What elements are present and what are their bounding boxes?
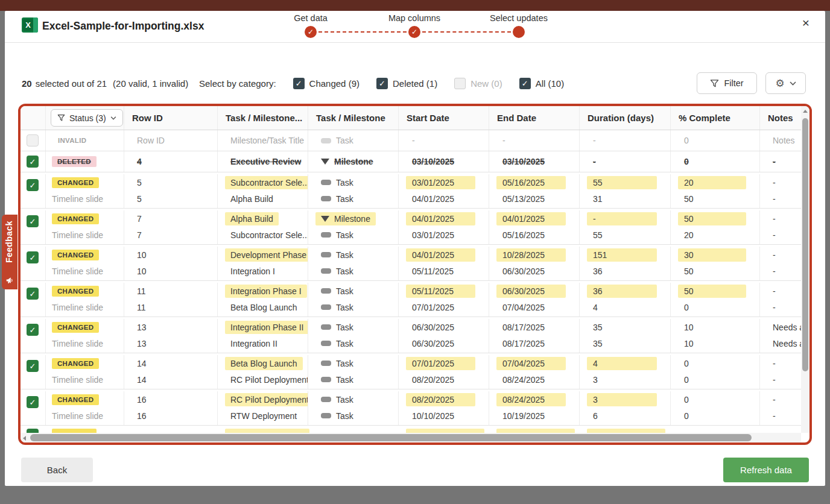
row-checkbox[interactable]: ✓ bbox=[27, 324, 39, 336]
category-checkbox-item[interactable]: ✓ New (0) bbox=[454, 78, 502, 89]
back-button[interactable]: Back bbox=[21, 458, 93, 482]
step-dot-map-columns[interactable]: ✓ bbox=[408, 26, 420, 38]
row-checkbox[interactable]: ✓ bbox=[27, 360, 39, 372]
table-row: ✓ CHANGED Timeline slide 14 14 Beta Blog… bbox=[21, 353, 801, 389]
scroll-up-arrow-icon[interactable] bbox=[803, 110, 808, 113]
title-cell: Subcontractor Sele... Alpha Build bbox=[218, 174, 308, 208]
type-cell: Milestone bbox=[308, 151, 399, 172]
change-type-label: Timeline slide bbox=[52, 230, 103, 240]
check-icon: ✓ bbox=[30, 217, 36, 226]
horizontal-scroll-thumb[interactable] bbox=[30, 434, 752, 441]
row-checkbox[interactable]: ✓ bbox=[27, 215, 39, 227]
change-type-label: Timeline slide bbox=[52, 266, 103, 276]
row-checkbox[interactable]: ✓ bbox=[27, 251, 39, 263]
title-cell: RC Pilot Deployment RTW Deployment bbox=[218, 391, 308, 425]
browser-top-strip bbox=[0, 0, 830, 11]
start-date-cell: 07/01/2025 08/20/2025 bbox=[399, 355, 489, 389]
status-cell: CHANGED Timeline slide bbox=[46, 210, 124, 244]
type-cell: Task Task bbox=[308, 283, 399, 317]
start-date-cell: 06/30/2025 06/30/2025 bbox=[399, 319, 489, 353]
category-checkbox-item[interactable]: ✓ Deleted (1) bbox=[376, 78, 437, 89]
type-icon bbox=[321, 252, 331, 257]
check-icon: ✓ bbox=[30, 362, 36, 371]
row-checkbox[interactable]: ✓ bbox=[27, 134, 39, 146]
start-date-cell: 03/10/2025 bbox=[399, 151, 489, 172]
row-checkbox-cell: ✓ bbox=[21, 130, 46, 151]
table-row: ✓ CHANGED Timeline slide 16 16 RC Pilot … bbox=[21, 389, 801, 426]
row-checkbox[interactable]: ✓ bbox=[27, 179, 39, 191]
checkbox-icon[interactable]: ✓ bbox=[293, 78, 305, 89]
checkbox-icon[interactable]: ✓ bbox=[376, 78, 388, 89]
step-dot-get-data[interactable]: ✓ bbox=[305, 26, 317, 38]
validity-text: (20 valid, 1 invalid) bbox=[113, 78, 188, 89]
end-date-cell: 08/24/2025 10/19/2025 bbox=[489, 391, 580, 425]
type-cell: Task Task bbox=[308, 319, 399, 353]
category-checkbox-label: New (0) bbox=[470, 78, 502, 89]
vertical-scrollbar[interactable] bbox=[801, 106, 809, 433]
row-id-cell: 5 5 bbox=[124, 174, 218, 208]
type-icon bbox=[321, 377, 331, 382]
notes-cell: - - bbox=[760, 355, 801, 389]
notes-cell: Needs an Needs an bbox=[760, 319, 801, 353]
duration-cell: 4 3 bbox=[580, 355, 671, 389]
table-row: ✓ CHANGED Timeline slide 13 13 Integrati… bbox=[21, 317, 801, 353]
checkbox-icon[interactable]: ✓ bbox=[519, 78, 531, 89]
type-cell: Task Task bbox=[308, 174, 399, 208]
start-date-cell: 04/01/2025 05/11/2025 bbox=[399, 247, 489, 280]
duration-cell: 151 36 bbox=[580, 247, 671, 280]
megaphone-icon bbox=[5, 276, 14, 285]
filter-button[interactable]: Filter bbox=[697, 72, 757, 94]
row-id-cell: 11 11 bbox=[124, 283, 218, 317]
check-icon: ✓ bbox=[30, 326, 36, 335]
duration-cell: 55 31 bbox=[580, 174, 671, 208]
category-checkbox-label: All (10) bbox=[536, 78, 565, 89]
type-icon bbox=[321, 288, 331, 294]
step-label-select-updates: Select updates bbox=[490, 13, 548, 23]
row-id-cell: 10 10 bbox=[124, 247, 218, 280]
change-type-label: Timeline slide bbox=[52, 375, 103, 385]
duration-cell: 35 35 bbox=[580, 319, 671, 353]
row-checkbox-cell: ✓ bbox=[21, 319, 46, 353]
notes-cell: Notes bbox=[760, 130, 801, 151]
notes-cell: - - bbox=[760, 174, 801, 208]
feedback-tab[interactable]: Feedback bbox=[2, 215, 17, 289]
percent-complete-cell: 0 bbox=[671, 130, 760, 151]
type-cell: Task bbox=[308, 130, 399, 151]
close-icon[interactable]: × bbox=[797, 14, 814, 31]
check-icon: ✓ bbox=[30, 289, 36, 298]
selection-summary: 20 selected out of 21 (20 valid, 1 inval… bbox=[22, 72, 188, 94]
end-date-cell: 06/30/2025 07/04/2025 bbox=[489, 283, 580, 317]
percent-complete-cell: 50 20 bbox=[671, 210, 760, 244]
horizontal-scrollbar[interactable] bbox=[21, 433, 801, 443]
title-cell: Integration Phase II Integration II bbox=[218, 319, 308, 353]
refresh-data-button[interactable]: Refresh data bbox=[723, 458, 809, 482]
status-filter-button[interactable]: Status (3) bbox=[51, 109, 123, 127]
title-cell: Milestone/Task Title bbox=[218, 130, 308, 151]
vertical-scroll-thumb[interactable] bbox=[802, 118, 808, 371]
row-checkbox[interactable]: ✓ bbox=[27, 288, 39, 300]
step-dot-select-updates[interactable] bbox=[513, 26, 525, 38]
col-header-type: Task / Milestone bbox=[308, 106, 399, 130]
end-date-cell: 08/17/2025 08/17/2025 bbox=[489, 319, 580, 353]
file-name: Excel-Sample-for-Importing.xlsx bbox=[42, 11, 204, 43]
header-checkbox-cell bbox=[21, 106, 46, 130]
status-badge: CHANGED bbox=[52, 358, 99, 369]
gear-icon: ⚙ bbox=[775, 77, 784, 90]
row-checkbox[interactable]: ✓ bbox=[27, 396, 39, 408]
duration-cell: - 55 bbox=[580, 210, 671, 244]
settings-button[interactable]: ⚙ bbox=[765, 72, 806, 94]
percent-complete-cell: 20 50 bbox=[671, 174, 760, 208]
partial-next-row bbox=[21, 426, 801, 433]
percent-complete-cell: 10 10 bbox=[671, 319, 760, 353]
category-checkbox-item[interactable]: ✓ All (10) bbox=[519, 78, 565, 89]
row-checkbox[interactable]: ✓ bbox=[27, 156, 39, 168]
change-type-label: Timeline slide bbox=[52, 194, 103, 204]
checkbox-icon[interactable]: ✓ bbox=[454, 78, 466, 89]
status-cell: CHANGED Timeline slide bbox=[46, 174, 124, 208]
scroll-left-arrow-icon[interactable] bbox=[23, 436, 26, 441]
duration-cell: 36 4 bbox=[580, 283, 671, 317]
category-checkbox-item[interactable]: ✓ Changed (9) bbox=[293, 78, 360, 89]
table-body: ✓ INVALID Row ID Milestone/Task Title bbox=[21, 130, 809, 426]
notes-cell: - - bbox=[760, 247, 801, 280]
percent-complete-cell: 0 0 bbox=[671, 355, 760, 389]
